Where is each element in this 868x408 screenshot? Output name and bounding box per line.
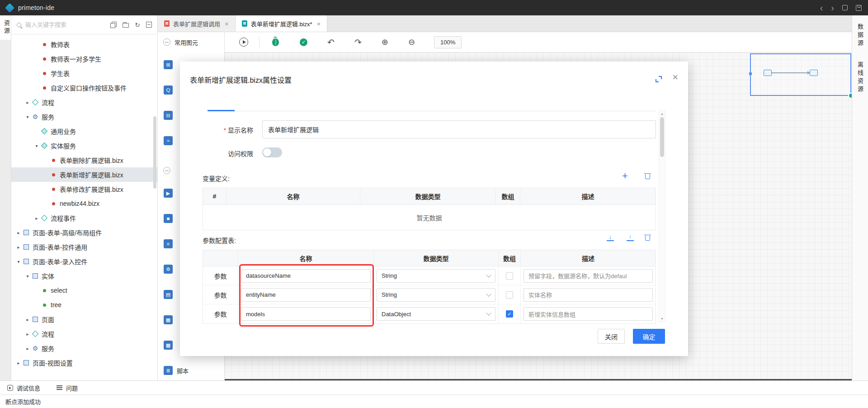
col-description: 描述 — [521, 250, 656, 266]
add-variable-icon[interactable]: + — [622, 171, 628, 181]
param-desc-input[interactable]: 预留字段，数据源名称，默认为defaul — [524, 269, 653, 283]
collapse-all-icon[interactable] — [146, 22, 152, 28]
scrollbar-thumb[interactable] — [660, 117, 664, 157]
tree-item[interactable]: tree — [11, 298, 157, 312]
access-toggle[interactable] — [262, 147, 282, 157]
tree-item[interactable]: 学生表 — [11, 66, 157, 81]
ok-button[interactable]: 确定 — [633, 329, 665, 344]
param-desc-input[interactable]: 实体名称 — [524, 288, 653, 302]
explorer-scrollbar[interactable] — [153, 116, 156, 189]
entity-add-icon: ⊞ — [164, 60, 173, 69]
close-tab-icon[interactable]: × — [225, 20, 229, 27]
rail-tab-offline-resources[interactable]: 离线资源 — [856, 62, 864, 94]
twisty-icon[interactable]: ▾ — [24, 114, 31, 119]
zoom-in-icon[interactable] — [382, 38, 388, 46]
flow-node-start[interactable] — [764, 70, 772, 76]
twisty-icon[interactable]: ▸ — [15, 245, 22, 250]
twisty-icon[interactable]: ▸ — [15, 230, 22, 235]
import-params-icon[interactable] — [607, 234, 614, 241]
tree-item[interactable]: ▾ 实体服务 — [11, 138, 157, 153]
editor-tab-1[interactable]: 表单扩展逻辑调用 × — [158, 15, 236, 32]
restore-window-icon[interactable] — [842, 5, 848, 10]
rail-tab-datasource[interactable]: 数据源 — [856, 24, 864, 48]
debug-icon[interactable] — [272, 38, 279, 46]
param-array-checkbox[interactable] — [506, 310, 513, 318]
palette-group-header[interactable]: 常用图元 — [158, 32, 224, 52]
twisty-icon[interactable]: ▾ — [15, 259, 22, 264]
validate-icon[interactable] — [300, 38, 307, 46]
param-array-checkbox[interactable] — [506, 272, 513, 280]
tree-item[interactable]: ▾ 服务 — [11, 109, 157, 124]
search-input[interactable] — [25, 21, 107, 28]
delete-param-icon[interactable] — [645, 234, 651, 241]
connector-handle[interactable] — [749, 72, 752, 75]
twisty-icon[interactable]: ▸ — [24, 317, 31, 322]
dot-green-icon — [40, 286, 48, 294]
tree-item-label: newbiz44.bizx — [60, 200, 99, 207]
param-array-checkbox[interactable] — [506, 291, 513, 299]
tree-item[interactable]: ▸ 流程事件 — [11, 211, 157, 225]
tree-item[interactable]: ▾ 页面-表单-录入控件 — [11, 254, 157, 269]
tree-item[interactable]: 表单删除扩展逻辑.bizx — [11, 153, 157, 167]
tree-item[interactable]: ▸ 流程 — [11, 327, 157, 341]
tree-item[interactable]: 表单新增扩展逻辑.bizx — [11, 167, 157, 182]
twisty-icon[interactable]: ▸ — [24, 332, 31, 337]
tree-item[interactable]: ▸ 页面-视图设置 — [11, 356, 157, 370]
redo-icon[interactable] — [354, 38, 362, 47]
param-desc-input[interactable]: 新增实体信息数组 — [524, 307, 653, 321]
twisty-icon[interactable]: ▸ — [24, 346, 31, 351]
twisty-icon[interactable]: ▸ — [24, 100, 31, 105]
tree-item[interactable]: ▸ 页面 — [11, 312, 157, 327]
zoom-out-icon[interactable] — [408, 38, 415, 46]
close-dialog-icon[interactable]: × — [672, 72, 678, 82]
scroll-down-icon[interactable] — [659, 316, 665, 322]
tree-item[interactable]: 自定义窗口操作按钮及事件 — [11, 81, 157, 95]
new-folder-icon[interactable] — [123, 23, 129, 28]
tree-item[interactable]: select — [11, 283, 157, 298]
tree-item[interactable]: 教师表 — [11, 37, 157, 52]
twisty-icon[interactable]: ▸ — [15, 361, 22, 365]
param-type-select[interactable]: DataObject — [377, 307, 495, 321]
palette-item[interactable]: ≣ 脚本 — [158, 358, 224, 380]
tab-debug-info[interactable]: 调试信息 — [7, 384, 40, 392]
tree-item[interactable]: ▸ 页面-表单-高级/布局组件 — [11, 225, 157, 240]
export-params-icon[interactable] — [627, 234, 634, 241]
rail-tab-resources[interactable]: 资源 — [0, 15, 11, 40]
tab-problems[interactable]: 问题 — [57, 384, 78, 392]
display-name-input[interactable] — [262, 120, 656, 138]
twisty-icon[interactable]: ▾ — [24, 274, 31, 279]
flow-node-end[interactable] — [810, 70, 818, 76]
run-icon[interactable] — [239, 38, 248, 47]
close-button[interactable]: 关闭 — [598, 329, 625, 344]
twisty-icon[interactable]: ▸ — [33, 216, 40, 221]
param-name-input[interactable]: entityName — [241, 288, 371, 302]
delete-variable-icon[interactable] — [645, 173, 651, 179]
col-kind — [203, 250, 238, 266]
tree-item[interactable]: 表单修改扩展逻辑.bizx — [11, 182, 157, 196]
tree-item[interactable]: 通用业务 — [11, 124, 157, 138]
locate-file-icon[interactable] — [110, 22, 117, 28]
close-tab-icon[interactable]: × — [317, 20, 321, 27]
tree-item[interactable]: ▾ 实体 — [11, 269, 157, 283]
param-type-select[interactable]: String — [377, 269, 495, 283]
tree-item[interactable]: ▸ 页面-表单-控件通用 — [11, 240, 157, 254]
tree-item[interactable]: newbiz44.bizx — [11, 196, 157, 211]
tree-item[interactable]: 教师表一对多学生 — [11, 52, 157, 66]
editor-tab-2[interactable]: 表单新增扩展逻辑.bizx* × — [236, 15, 328, 32]
tree-item[interactable]: ▸ 流程 — [11, 95, 157, 109]
zoom-level-button[interactable]: 100% — [434, 36, 462, 48]
scroll-up-icon[interactable] — [659, 111, 665, 117]
param-type-select[interactable]: String — [377, 288, 495, 302]
param-name-input[interactable]: models — [241, 307, 371, 321]
tree-item[interactable]: ▸ 服务 — [11, 341, 157, 356]
forward-icon[interactable]: › — [831, 4, 834, 11]
canvas-selection[interactable] — [750, 53, 851, 96]
undo-icon[interactable] — [327, 38, 335, 47]
save-icon[interactable] — [856, 5, 862, 11]
maximize-dialog-icon[interactable] — [656, 76, 662, 82]
dialog-scrollbar[interactable] — [659, 110, 665, 322]
back-icon[interactable]: ‹ — [820, 4, 823, 11]
param-name-input[interactable]: datasourceName — [241, 269, 371, 283]
twisty-icon[interactable]: ▾ — [33, 143, 40, 148]
refresh-icon[interactable] — [135, 21, 140, 28]
